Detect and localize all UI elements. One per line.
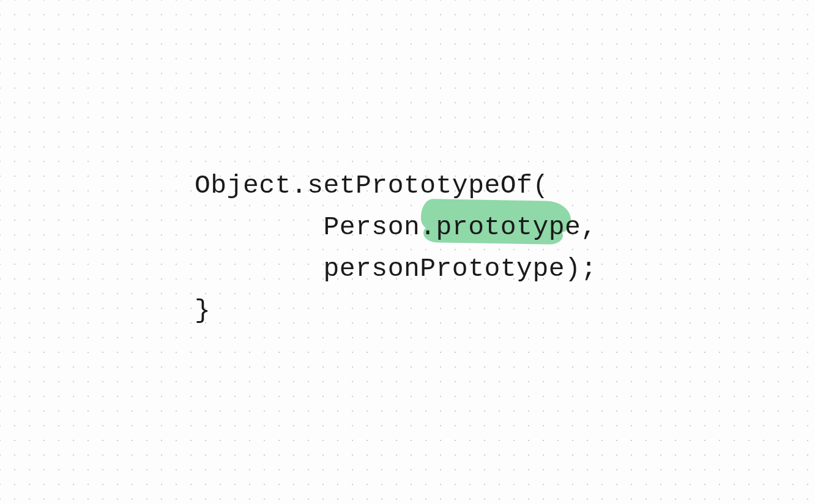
code-line-1: Object.setPrototypeOf( bbox=[195, 165, 597, 207]
code-line-3: personPrototype); bbox=[195, 248, 597, 290]
code-line-4: } bbox=[195, 290, 597, 332]
code-snippet: Object.setPrototypeOf( Person.prototype,… bbox=[195, 165, 597, 332]
code-line-2: Person.prototype, bbox=[195, 207, 597, 248]
